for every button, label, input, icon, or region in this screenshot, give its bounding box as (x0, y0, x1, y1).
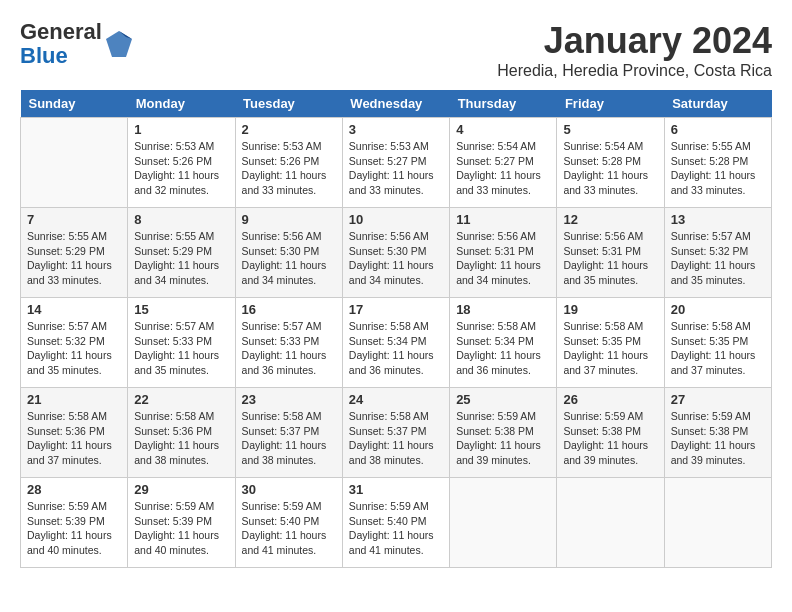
calendar-cell (21, 118, 128, 208)
daylight-text: Daylight: 11 hours (134, 348, 228, 363)
daylight-text: Daylight: 11 hours (671, 258, 765, 273)
calendar-cell: 20Sunrise: 5:58 AMSunset: 5:35 PMDayligh… (664, 298, 771, 388)
calendar-cell: 6Sunrise: 5:55 AMSunset: 5:28 PMDaylight… (664, 118, 771, 208)
day-info: Sunrise: 5:58 AMSunset: 5:36 PMDaylight:… (134, 409, 228, 468)
daylight-minutes: and 33 minutes. (671, 183, 765, 198)
daylight-text: Daylight: 11 hours (563, 258, 657, 273)
day-info: Sunrise: 5:59 AMSunset: 5:39 PMDaylight:… (134, 499, 228, 558)
calendar-cell: 14Sunrise: 5:57 AMSunset: 5:32 PMDayligh… (21, 298, 128, 388)
daylight-minutes: and 35 minutes. (563, 273, 657, 288)
daylight-minutes: and 34 minutes. (349, 273, 443, 288)
sunset-text: Sunset: 5:35 PM (563, 334, 657, 349)
day-info: Sunrise: 5:55 AMSunset: 5:29 PMDaylight:… (27, 229, 121, 288)
sunrise-text: Sunrise: 5:59 AM (134, 499, 228, 514)
daylight-text: Daylight: 11 hours (27, 438, 121, 453)
day-info: Sunrise: 5:54 AMSunset: 5:27 PMDaylight:… (456, 139, 550, 198)
svg-marker-0 (106, 31, 132, 57)
sunset-text: Sunset: 5:34 PM (349, 334, 443, 349)
daylight-text: Daylight: 11 hours (671, 348, 765, 363)
sunset-text: Sunset: 5:33 PM (134, 334, 228, 349)
sunrise-text: Sunrise: 5:56 AM (349, 229, 443, 244)
daylight-text: Daylight: 11 hours (134, 438, 228, 453)
day-info: Sunrise: 5:58 AMSunset: 5:35 PMDaylight:… (563, 319, 657, 378)
day-number: 16 (242, 302, 336, 317)
daylight-minutes: and 35 minutes. (671, 273, 765, 288)
day-number: 12 (563, 212, 657, 227)
day-info: Sunrise: 5:59 AMSunset: 5:40 PMDaylight:… (349, 499, 443, 558)
calendar-cell (664, 478, 771, 568)
sunrise-text: Sunrise: 5:59 AM (27, 499, 121, 514)
calendar-table: SundayMondayTuesdayWednesdayThursdayFrid… (20, 90, 772, 568)
sunset-text: Sunset: 5:30 PM (349, 244, 443, 259)
sunset-text: Sunset: 5:27 PM (456, 154, 550, 169)
daylight-text: Daylight: 11 hours (242, 168, 336, 183)
sunset-text: Sunset: 5:40 PM (349, 514, 443, 529)
daylight-minutes: and 36 minutes. (349, 363, 443, 378)
sunrise-text: Sunrise: 5:59 AM (349, 499, 443, 514)
sunrise-text: Sunrise: 5:57 AM (134, 319, 228, 334)
daylight-minutes: and 38 minutes. (242, 453, 336, 468)
sunrise-text: Sunrise: 5:58 AM (27, 409, 121, 424)
day-number: 20 (671, 302, 765, 317)
daylight-text: Daylight: 11 hours (134, 528, 228, 543)
sunrise-text: Sunrise: 5:54 AM (563, 139, 657, 154)
day-number: 18 (456, 302, 550, 317)
calendar-header-row: SundayMondayTuesdayWednesdayThursdayFrid… (21, 90, 772, 118)
calendar-cell: 5Sunrise: 5:54 AMSunset: 5:28 PMDaylight… (557, 118, 664, 208)
sunrise-text: Sunrise: 5:59 AM (456, 409, 550, 424)
daylight-text: Daylight: 11 hours (242, 258, 336, 273)
daylight-minutes: and 39 minutes. (563, 453, 657, 468)
calendar-cell: 2Sunrise: 5:53 AMSunset: 5:26 PMDaylight… (235, 118, 342, 208)
sunset-text: Sunset: 5:32 PM (671, 244, 765, 259)
calendar-cell (557, 478, 664, 568)
sunrise-text: Sunrise: 5:55 AM (27, 229, 121, 244)
day-info: Sunrise: 5:55 AMSunset: 5:28 PMDaylight:… (671, 139, 765, 198)
sunset-text: Sunset: 5:27 PM (349, 154, 443, 169)
calendar-cell: 27Sunrise: 5:59 AMSunset: 5:38 PMDayligh… (664, 388, 771, 478)
daylight-minutes: and 38 minutes. (349, 453, 443, 468)
sunset-text: Sunset: 5:26 PM (242, 154, 336, 169)
sunrise-text: Sunrise: 5:54 AM (456, 139, 550, 154)
sunrise-text: Sunrise: 5:56 AM (456, 229, 550, 244)
day-number: 6 (671, 122, 765, 137)
calendar-cell: 13Sunrise: 5:57 AMSunset: 5:32 PMDayligh… (664, 208, 771, 298)
location-title: Heredia, Heredia Province, Costa Rica (497, 62, 772, 80)
sunset-text: Sunset: 5:36 PM (134, 424, 228, 439)
day-number: 24 (349, 392, 443, 407)
daylight-minutes: and 39 minutes. (671, 453, 765, 468)
sunrise-text: Sunrise: 5:53 AM (134, 139, 228, 154)
calendar-cell: 22Sunrise: 5:58 AMSunset: 5:36 PMDayligh… (128, 388, 235, 478)
daylight-text: Daylight: 11 hours (563, 438, 657, 453)
day-number: 30 (242, 482, 336, 497)
daylight-text: Daylight: 11 hours (563, 348, 657, 363)
day-info: Sunrise: 5:56 AMSunset: 5:31 PMDaylight:… (456, 229, 550, 288)
calendar-cell (450, 478, 557, 568)
day-info: Sunrise: 5:56 AMSunset: 5:30 PMDaylight:… (349, 229, 443, 288)
sunrise-text: Sunrise: 5:58 AM (349, 409, 443, 424)
daylight-text: Daylight: 11 hours (456, 168, 550, 183)
day-number: 7 (27, 212, 121, 227)
day-info: Sunrise: 5:56 AMSunset: 5:30 PMDaylight:… (242, 229, 336, 288)
daylight-text: Daylight: 11 hours (563, 168, 657, 183)
header-saturday: Saturday (664, 90, 771, 118)
calendar-cell: 11Sunrise: 5:56 AMSunset: 5:31 PMDayligh… (450, 208, 557, 298)
calendar-cell: 25Sunrise: 5:59 AMSunset: 5:38 PMDayligh… (450, 388, 557, 478)
title-block: January 2024 Heredia, Heredia Province, … (497, 20, 772, 80)
day-info: Sunrise: 5:58 AMSunset: 5:34 PMDaylight:… (456, 319, 550, 378)
daylight-text: Daylight: 11 hours (242, 528, 336, 543)
daylight-minutes: and 33 minutes. (349, 183, 443, 198)
daylight-minutes: and 37 minutes. (671, 363, 765, 378)
sunset-text: Sunset: 5:35 PM (671, 334, 765, 349)
calendar-cell: 7Sunrise: 5:55 AMSunset: 5:29 PMDaylight… (21, 208, 128, 298)
daylight-text: Daylight: 11 hours (456, 438, 550, 453)
sunrise-text: Sunrise: 5:55 AM (134, 229, 228, 244)
sunrise-text: Sunrise: 5:59 AM (563, 409, 657, 424)
sunset-text: Sunset: 5:37 PM (349, 424, 443, 439)
day-number: 1 (134, 122, 228, 137)
day-info: Sunrise: 5:58 AMSunset: 5:36 PMDaylight:… (27, 409, 121, 468)
sunrise-text: Sunrise: 5:58 AM (134, 409, 228, 424)
daylight-minutes: and 34 minutes. (242, 273, 336, 288)
day-number: 3 (349, 122, 443, 137)
daylight-text: Daylight: 11 hours (349, 168, 443, 183)
daylight-minutes: and 33 minutes. (563, 183, 657, 198)
